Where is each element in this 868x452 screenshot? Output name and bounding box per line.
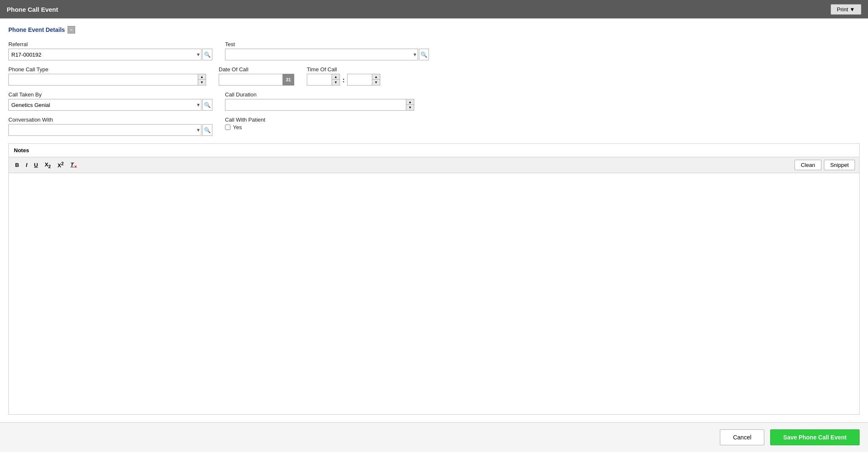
form-row-2: Phone Call Type ▲ ▼ Date Of Call 01/11/2… bbox=[8, 66, 860, 86]
call-with-patient-yes-label: Yes bbox=[233, 124, 242, 130]
phone-call-type-group: Phone Call Type ▲ ▼ bbox=[8, 66, 206, 86]
window-title: Phone Call Event bbox=[7, 6, 58, 13]
call-with-patient-label: Call With Patient bbox=[225, 117, 265, 123]
conversation-with-search-button[interactable]: 🔍 bbox=[202, 124, 212, 136]
call-duration-down[interactable]: ▼ bbox=[406, 105, 414, 110]
test-label: Test bbox=[225, 41, 429, 47]
date-picker-button[interactable]: 31 bbox=[282, 74, 294, 86]
date-of-call-label: Date Of Call bbox=[219, 66, 294, 73]
call-taken-by-search-button[interactable]: 🔍 bbox=[202, 99, 212, 111]
footer-bar: Cancel Save Phone Call Event bbox=[0, 422, 868, 452]
call-duration-group: Call Duration ▲ ▼ bbox=[225, 91, 414, 111]
test-input-group: ▼ 🔍 bbox=[225, 49, 429, 60]
referral-input-group: R17-000192 ▼ 🔍 bbox=[8, 49, 212, 60]
call-taken-by-select-wrapper: Genetics Genial ▼ bbox=[8, 99, 201, 111]
time-hour-spinners: ▲ ▼ bbox=[332, 74, 340, 86]
call-duration-label: Call Duration bbox=[225, 91, 414, 98]
form-row-4: Conversation With ▼ 🔍 Call With Patient bbox=[8, 117, 860, 136]
phone-call-type-input[interactable] bbox=[8, 74, 198, 86]
test-select-wrapper: ▼ bbox=[225, 49, 418, 60]
referral-select-wrapper: R17-000192 ▼ bbox=[8, 49, 201, 60]
save-button[interactable]: Save Phone Call Event bbox=[770, 429, 860, 445]
clear-format-button[interactable]: T✕ bbox=[68, 161, 79, 170]
phone-call-type-up[interactable]: ▲ bbox=[198, 74, 206, 80]
test-select[interactable] bbox=[225, 49, 418, 60]
date-of-call-group: Date Of Call 01/11/2017 31 bbox=[219, 66, 294, 86]
section-title: Phone Event Details bbox=[8, 26, 65, 33]
time-hour-wrapper: 13 ▲ ▼ bbox=[307, 74, 340, 86]
test-search-button[interactable]: 🔍 bbox=[419, 49, 429, 60]
time-of-call-label: Time Of Call bbox=[307, 66, 380, 73]
call-with-patient-group: Call With Patient Yes bbox=[225, 117, 265, 130]
time-of-call-group: Time Of Call 13 ▲ ▼ : 58 bbox=[307, 66, 380, 86]
superscript-button[interactable]: X2 bbox=[55, 160, 66, 169]
call-taken-by-input-group: Genetics Genial ▼ 🔍 bbox=[8, 99, 212, 111]
conversation-with-select-wrapper: ▼ bbox=[8, 124, 201, 136]
time-of-call-input-group: 13 ▲ ▼ : 58 ▲ ▼ bbox=[307, 74, 380, 86]
form-grid: Referral R17-000192 ▼ 🔍 Test bbox=[8, 41, 860, 136]
title-bar: Phone Call Event Print ▼ bbox=[0, 0, 868, 18]
superscript-label: 2 bbox=[61, 161, 64, 166]
date-of-call-input-group: 01/11/2017 31 bbox=[219, 74, 294, 86]
time-colon: : bbox=[342, 76, 345, 83]
referral-label: Referral bbox=[8, 41, 212, 47]
snippet-button[interactable]: Snippet bbox=[824, 160, 855, 170]
phone-call-type-down[interactable]: ▼ bbox=[198, 80, 206, 85]
time-hour-up[interactable]: ▲ bbox=[332, 74, 340, 80]
print-button[interactable]: Print ▼ bbox=[831, 4, 861, 15]
time-minute-spinners: ▲ ▼ bbox=[372, 74, 380, 86]
call-duration-input[interactable] bbox=[225, 99, 406, 111]
subscript-button[interactable]: X2 bbox=[42, 161, 53, 170]
time-minute-wrapper: 58 ▲ ▼ bbox=[347, 74, 380, 86]
content-area: Phone Event Details − Referral R17-00019… bbox=[0, 18, 868, 422]
form-row-1: Referral R17-000192 ▼ 🔍 Test bbox=[8, 41, 860, 60]
collapse-button[interactable]: − bbox=[68, 26, 75, 34]
call-with-patient-checkbox[interactable] bbox=[225, 125, 230, 130]
call-taken-by-group: Call Taken By Genetics Genial ▼ 🔍 bbox=[8, 91, 212, 111]
notes-toolbar: B I U X2 X2 T✕ Clean Snippet bbox=[9, 157, 859, 173]
time-hour-input[interactable]: 13 bbox=[307, 74, 332, 86]
conversation-with-input-group: ▼ 🔍 bbox=[8, 124, 212, 136]
clean-button[interactable]: Clean bbox=[795, 160, 821, 170]
time-minute-input[interactable]: 58 bbox=[347, 74, 372, 86]
bold-button[interactable]: B bbox=[13, 161, 21, 169]
test-group: Test ▼ 🔍 bbox=[225, 41, 429, 60]
time-hour-down[interactable]: ▼ bbox=[332, 80, 340, 85]
conversation-with-group: Conversation With ▼ 🔍 bbox=[8, 117, 212, 136]
conversation-with-select[interactable] bbox=[8, 124, 201, 136]
underline-button[interactable]: U bbox=[32, 161, 40, 169]
call-duration-up[interactable]: ▲ bbox=[406, 99, 414, 105]
italic-button[interactable]: I bbox=[24, 161, 29, 169]
call-duration-spinners: ▲ ▼ bbox=[406, 99, 414, 111]
main-window: Phone Call Event Print ▼ Phone Event Det… bbox=[0, 0, 868, 452]
section-header: Phone Event Details − bbox=[8, 26, 860, 34]
notes-body[interactable] bbox=[9, 173, 859, 414]
call-taken-by-label: Call Taken By bbox=[8, 91, 212, 98]
phone-call-type-input-group: ▲ ▼ bbox=[8, 74, 206, 86]
time-minute-up[interactable]: ▲ bbox=[372, 74, 380, 80]
notes-section: Notes B I U X2 X2 T✕ Clean Snippet bbox=[8, 143, 860, 415]
notes-header: Notes bbox=[9, 144, 859, 157]
referral-search-button[interactable]: 🔍 bbox=[202, 49, 212, 60]
cancel-button[interactable]: Cancel bbox=[720, 429, 764, 445]
referral-group: Referral R17-000192 ▼ 🔍 bbox=[8, 41, 212, 60]
form-row-3: Call Taken By Genetics Genial ▼ 🔍 Call D… bbox=[8, 91, 860, 111]
conversation-with-label: Conversation With bbox=[8, 117, 212, 123]
phone-call-type-label: Phone Call Type bbox=[8, 66, 206, 73]
call-duration-input-group: ▲ ▼ bbox=[225, 99, 414, 111]
time-minute-down[interactable]: ▼ bbox=[372, 80, 380, 85]
call-with-patient-checkbox-group: Yes bbox=[225, 124, 265, 130]
subscript-label: 2 bbox=[48, 164, 51, 169]
phone-call-type-spinners: ▲ ▼ bbox=[198, 74, 206, 86]
call-taken-by-select[interactable]: Genetics Genial bbox=[8, 99, 201, 111]
referral-select[interactable]: R17-000192 bbox=[8, 49, 201, 60]
